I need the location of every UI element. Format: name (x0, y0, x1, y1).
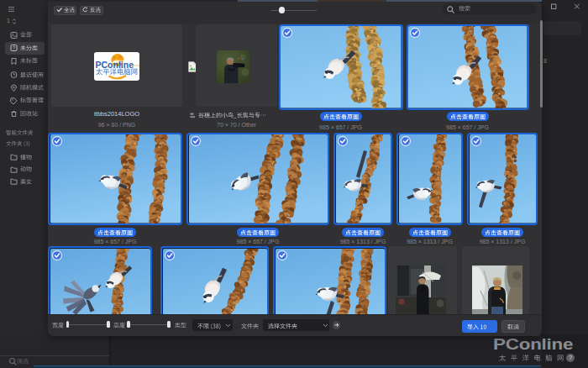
svg-text:.com.cn: .com.cn (129, 64, 139, 67)
svg-text:?: ? (13, 45, 15, 50)
svg-text:PConline: PConline (96, 60, 134, 70)
